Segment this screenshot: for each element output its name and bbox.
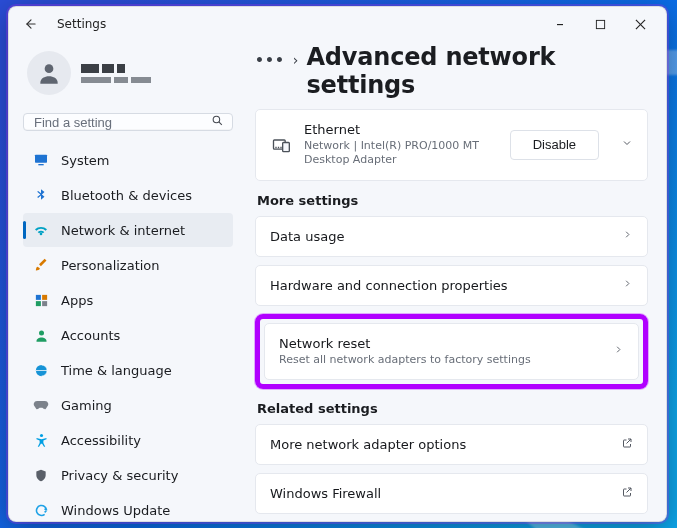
- apps-icon: [33, 292, 49, 308]
- back-button[interactable]: [15, 8, 47, 40]
- open-external-icon: [621, 486, 633, 501]
- row-label: Hardware and connection properties: [270, 278, 610, 293]
- close-button[interactable]: [620, 9, 660, 39]
- sidebar-item-update[interactable]: Windows Update: [23, 493, 233, 521]
- wifi-icon: [33, 222, 49, 238]
- row-label: More network adapter options: [270, 437, 609, 452]
- row-hardware-properties[interactable]: Hardware and connection properties: [255, 265, 648, 306]
- sidebar-item-label: Gaming: [61, 398, 112, 413]
- sidebar-item-bluetooth[interactable]: Bluetooth & devices: [23, 178, 233, 212]
- svg-rect-1: [596, 20, 604, 28]
- sidebar-item-network[interactable]: Network & internet: [23, 213, 233, 247]
- avatar: [27, 51, 71, 95]
- display-icon: [33, 152, 49, 168]
- svg-rect-10: [42, 294, 47, 299]
- row-network-reset[interactable]: Network reset Reset all network adapters…: [264, 323, 639, 380]
- content-area: ••• › Advanced network settings Ethernet…: [243, 41, 666, 521]
- sidebar-item-label: Privacy & security: [61, 468, 178, 483]
- settings-window: Settings –: [8, 6, 667, 522]
- sidebar-item-label: Apps: [61, 293, 93, 308]
- bluetooth-icon: [33, 187, 49, 203]
- app-title: Settings: [57, 17, 106, 31]
- sidebar-item-label: Time & language: [61, 363, 172, 378]
- sidebar: System Bluetooth & devices Network & int…: [9, 41, 243, 521]
- highlight-network-reset: Network reset Reset all network adapters…: [255, 314, 648, 389]
- row-label: Windows Firewall: [270, 486, 609, 501]
- adapter-card-ethernet[interactable]: Ethernet Network | Intel(R) PRO/1000 MT …: [255, 109, 648, 181]
- sidebar-item-privacy[interactable]: Privacy & security: [23, 458, 233, 492]
- chevron-right-icon: [613, 344, 624, 358]
- svg-point-5: [213, 116, 220, 123]
- search-input[interactable]: [34, 115, 211, 130]
- breadcrumb-overflow[interactable]: •••: [255, 52, 285, 68]
- svg-rect-11: [35, 301, 40, 306]
- title-bar: Settings –: [9, 7, 666, 41]
- svg-rect-17: [283, 142, 290, 151]
- disable-button[interactable]: Disable: [510, 130, 599, 160]
- chevron-down-icon[interactable]: [621, 137, 633, 152]
- page-header: ••• › Advanced network settings: [255, 43, 648, 99]
- row-windows-firewall[interactable]: Windows Firewall: [255, 473, 648, 514]
- sidebar-item-label: Windows Update: [61, 503, 170, 518]
- svg-rect-12: [42, 301, 47, 306]
- chevron-right-icon: [622, 229, 633, 243]
- sidebar-item-label: Accessibility: [61, 433, 141, 448]
- sidebar-item-label: Network & internet: [61, 223, 185, 238]
- accessibility-icon: [33, 432, 49, 448]
- sidebar-item-system[interactable]: System: [23, 143, 233, 177]
- shield-icon: [33, 467, 49, 483]
- section-related-settings: Related settings: [257, 401, 648, 416]
- page-title: Advanced network settings: [306, 43, 648, 99]
- sidebar-item-personalization[interactable]: Personalization: [23, 248, 233, 282]
- account-name-redacted: [81, 64, 151, 83]
- sidebar-item-gaming[interactable]: Gaming: [23, 388, 233, 422]
- sidebar-item-accessibility[interactable]: Accessibility: [23, 423, 233, 457]
- svg-point-15: [39, 433, 42, 436]
- svg-rect-9: [35, 294, 40, 299]
- section-more-settings: More settings: [257, 193, 648, 208]
- update-icon: [33, 502, 49, 518]
- svg-line-6: [219, 122, 222, 125]
- minimize-button[interactable]: –: [540, 9, 580, 39]
- sidebar-item-label: Accounts: [61, 328, 120, 343]
- svg-point-4: [45, 64, 54, 73]
- nav-list: System Bluetooth & devices Network & int…: [23, 143, 233, 521]
- row-subtitle: Reset all network adapters to factory se…: [279, 353, 601, 367]
- person-icon: [33, 327, 49, 343]
- globe-clock-icon: [33, 362, 49, 378]
- maximize-button[interactable]: [580, 9, 620, 39]
- chevron-right-icon: ›: [293, 52, 299, 68]
- sidebar-item-apps[interactable]: Apps: [23, 283, 233, 317]
- sidebar-item-label: System: [61, 153, 109, 168]
- ethernet-icon: [270, 135, 292, 155]
- svg-rect-8: [38, 164, 43, 165]
- adapter-name: Ethernet: [304, 122, 498, 137]
- search-icon: [211, 114, 224, 130]
- sidebar-item-label: Personalization: [61, 258, 160, 273]
- row-data-usage[interactable]: Data usage: [255, 216, 648, 257]
- adapter-description: Network | Intel(R) PRO/1000 MT Desktop A…: [304, 139, 498, 168]
- account-block[interactable]: [23, 47, 233, 105]
- row-label: Data usage: [270, 229, 610, 244]
- row-label: Network reset: [279, 336, 601, 351]
- sidebar-item-accounts[interactable]: Accounts: [23, 318, 233, 352]
- svg-rect-7: [35, 155, 47, 163]
- svg-point-13: [39, 330, 44, 335]
- search-field[interactable]: [23, 113, 233, 131]
- sidebar-item-time[interactable]: Time & language: [23, 353, 233, 387]
- brush-icon: [33, 257, 49, 273]
- row-more-adapter-options[interactable]: More network adapter options: [255, 424, 648, 465]
- open-external-icon: [621, 437, 633, 452]
- gamepad-icon: [33, 397, 49, 413]
- chevron-right-icon: [622, 278, 633, 292]
- sidebar-item-label: Bluetooth & devices: [61, 188, 192, 203]
